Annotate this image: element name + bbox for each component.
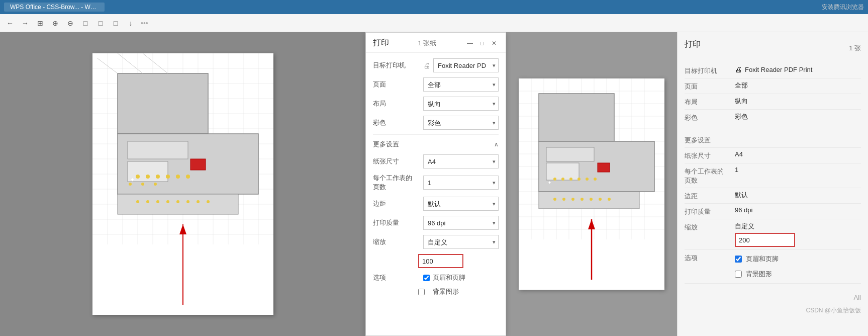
color-label: 彩色: [373, 118, 418, 127]
printer-icon: 🖨: [423, 61, 430, 69]
zoom-in-btn[interactable]: ⊕: [50, 18, 60, 28]
color-select[interactable]: 彩色: [423, 116, 499, 130]
left-doc-preview: ✦: [0, 32, 365, 336]
option1-label: 页眉和页脚: [433, 273, 465, 282]
svg-point-89: [553, 198, 556, 201]
pages-select-wrapper[interactable]: 全部: [423, 77, 499, 92]
svg-point-35: [129, 183, 132, 186]
scale-select-wrapper[interactable]: 自定义: [423, 235, 499, 249]
svg-point-92: [581, 198, 584, 201]
csdn-footer-text: CSDN @小鱼怡饭饭: [806, 307, 861, 314]
dialog-controls: — □ ✕: [465, 39, 499, 48]
svg-rect-24: [118, 73, 208, 134]
browser-tab[interactable]: WPS Office - CSS-Brow... - Web Image...: [4, 3, 105, 12]
right-option2-label: 背景图形: [746, 270, 772, 279]
maximize-btn[interactable]: □: [477, 39, 487, 48]
layout-label: 布局: [373, 99, 418, 108]
svg-point-50: [207, 200, 210, 203]
right-pages-label: 页面: [685, 81, 730, 91]
scale-row: 缩放 自定义: [366, 232, 506, 251]
back-btn[interactable]: ←: [5, 18, 15, 28]
svg-point-30: [146, 175, 150, 179]
sheets-per-page-label: 每个工作表的页数: [373, 174, 418, 192]
more-options-btn[interactable]: •••: [141, 19, 148, 27]
annotation-text: Ail: [854, 294, 861, 301]
right-color-label: 彩色: [685, 112, 730, 122]
grid-btn[interactable]: ⊞: [35, 18, 45, 28]
layout-select[interactable]: 纵向: [423, 97, 499, 111]
right-options-row: 选项 页眉和页脚 背景图形: [685, 250, 861, 284]
svg-point-84: [577, 178, 581, 181]
browser-bar: WPS Office - CSS-Brow... - Web Image... …: [0, 0, 868, 14]
svg-point-93: [590, 198, 593, 201]
scale-input[interactable]: [418, 254, 463, 268]
minimize-btn[interactable]: —: [465, 39, 474, 48]
option2-checkbox[interactable]: [418, 289, 425, 295]
right-section-gap1: [685, 125, 861, 132]
paper-size-select[interactable]: A4: [423, 154, 499, 169]
right-sheets-label: 每个工作表的页数: [685, 166, 730, 185]
svg-point-47: [176, 200, 179, 203]
svg-rect-26: [128, 141, 188, 159]
page3-btn[interactable]: □: [111, 18, 121, 28]
printer-form-row: 目标打印机 🖨 Foxit Reader PDF Print: [366, 56, 506, 75]
paper-size-select-wrapper[interactable]: A4: [423, 154, 499, 169]
quality-select[interactable]: 96 dpi: [423, 216, 499, 230]
mid-page-preview: ✦: [519, 78, 664, 290]
margins-select[interactable]: 默认: [423, 197, 499, 211]
right-margins-value: 默认: [735, 191, 861, 200]
pages-select[interactable]: 全部: [423, 77, 499, 92]
printer-select[interactable]: Foxit Reader PDF Print: [433, 58, 499, 72]
printer-select-wrapper: 🖨 Foxit Reader PDF Print: [423, 58, 499, 72]
right-layout-row: 布局 纵向: [685, 94, 861, 110]
svg-point-81: [553, 178, 556, 181]
scale-select[interactable]: 自定义: [423, 235, 499, 249]
close-btn[interactable]: ✕: [490, 39, 499, 48]
quality-row: 打印质量 96 dpi: [366, 213, 506, 232]
svg-point-29: [136, 175, 140, 179]
printer-label: 目标打印机: [373, 61, 418, 70]
layout-select-wrapper[interactable]: 纵向: [423, 97, 499, 111]
dialog-pages-label: 1 张纸: [418, 39, 437, 48]
margins-select-wrapper[interactable]: 默认: [423, 197, 499, 211]
right-quality-row: 打印质量 96 dpi: [685, 204, 861, 219]
annotation-area: Ail: [685, 294, 861, 301]
right-margins-row: 边距 默认: [685, 188, 861, 204]
svg-rect-28: [190, 159, 206, 170]
more-settings-header[interactable]: 更多设置 ∧: [366, 137, 506, 152]
right-quality-label: 打印质量: [685, 206, 730, 216]
quality-select-wrapper[interactable]: 96 dpi: [423, 216, 499, 230]
svg-point-44: [146, 200, 149, 203]
svg-rect-78: [546, 147, 594, 161]
zoom-out-btn[interactable]: ⊖: [65, 18, 75, 28]
margins-label: 边距: [373, 199, 418, 208]
margins-row: 边距 默认: [366, 194, 506, 213]
collapse-icon[interactable]: ∧: [494, 141, 499, 148]
right-option2-checkbox[interactable]: [735, 271, 742, 278]
forward-btn[interactable]: →: [20, 18, 30, 28]
scale-input-row: [366, 251, 506, 271]
print-dialog: 打印 1 张纸 — □ ✕ 目标打印机 🖨 Foxit Reader PDF P…: [365, 32, 506, 336]
download-btn[interactable]: ↓: [126, 18, 136, 28]
right-option1-checkbox[interactable]: [735, 256, 742, 263]
sheets-select-wrapper[interactable]: 1: [423, 176, 499, 190]
svg-point-95: [608, 198, 611, 201]
right-printer-value-row: 🖨 Foxit Reader PDF Print: [735, 65, 812, 73]
sheets-select[interactable]: 1: [423, 176, 499, 190]
svg-point-85: [586, 178, 589, 181]
svg-point-86: [594, 178, 597, 181]
page2-btn[interactable]: □: [95, 18, 106, 28]
option1-checkbox[interactable]: [423, 275, 430, 281]
scale-label: 缩放: [373, 237, 418, 246]
page-btn[interactable]: □: [80, 18, 90, 28]
right-scale-input[interactable]: [735, 233, 795, 247]
mid-doc-preview: ✦: [506, 32, 677, 336]
right-panel: 打印 1 张 目标打印机 🖨 Foxit Reader PDF Print 页面…: [677, 32, 868, 336]
svg-point-46: [166, 200, 169, 203]
pages-label: 页面: [373, 80, 418, 89]
color-form-row: 彩色 彩色: [366, 113, 506, 132]
right-option2-row: 背景图形: [735, 268, 779, 281]
right-more-settings-row: 更多设置: [685, 132, 861, 148]
color-select-wrapper[interactable]: 彩色: [423, 116, 499, 130]
right-option1-row: 页眉和页脚: [735, 253, 779, 266]
